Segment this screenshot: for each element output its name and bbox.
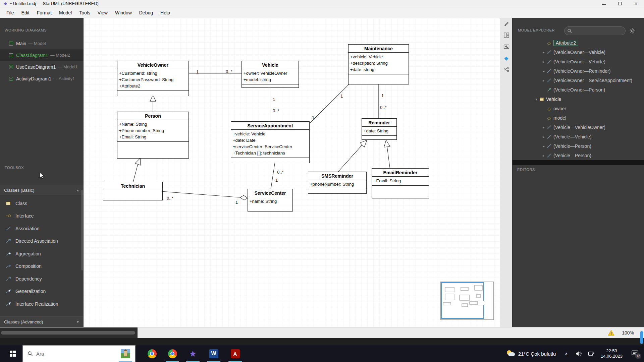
menu-window[interactable]: Window [111,7,136,18]
tree-item-owner-attribute[interactable]: ◇ owner [513,104,644,113]
tablet-pen-icon[interactable] [588,351,595,356]
multiplicity-label[interactable]: 0..* [277,170,284,175]
chevron-right-icon[interactable]: ▸ [541,78,547,83]
multiplicity-label[interactable]: 1 [235,200,238,205]
chevron-right-icon[interactable]: ▸ [541,60,547,64]
multiplicity-label[interactable]: 0..* [380,105,387,110]
share-tool-button[interactable] [500,64,513,75]
scrollbar-thumb[interactable] [640,331,643,344]
menu-view[interactable]: View [94,7,111,18]
chevron-right-icon[interactable]: ▸ [541,135,547,139]
toolbox-section-classes-advanced[interactable]: Classes (Advanced) ▼ [0,316,84,327]
chevron-right-icon[interactable]: ▸ [541,144,547,148]
speaker-icon[interactable] [575,351,582,356]
multiplicity-label[interactable]: 1 [340,94,343,99]
tool-association[interactable]: Association [0,222,84,235]
layout-tool-button[interactable] [500,29,513,41]
tool-composition[interactable]: Composition [0,260,84,273]
association-maintenance-serviceappointment[interactable] [310,84,349,123]
multiplicity-label[interactable]: 0..* [226,69,232,74]
close-button[interactable]: ✕ [628,0,644,7]
uml-class-maintenance[interactable]: Maintenance +vehicle: Vehicle +descripti… [348,44,409,84]
warning-icon[interactable] [608,330,614,336]
uml-class-person[interactable]: Person +Name: String +Phone number: Stri… [117,112,189,159]
gear-icon[interactable] [629,28,635,34]
model-explorer-search[interactable] [564,26,626,35]
menu-debug[interactable]: Debug [136,7,157,18]
diagram-tool-button[interactable]: ◆ [500,52,513,64]
menu-model[interactable]: Model [55,7,75,18]
uml-class-vehicle[interactable]: Vehicle +owner: VehicleOwner +model: str… [241,61,299,88]
multiplicity-label[interactable]: 1 [196,69,199,74]
menu-help[interactable]: Help [157,7,174,18]
tool-interface[interactable]: Interface [0,210,84,223]
chevron-right-icon[interactable]: ▸ [541,125,547,130]
menu-edit[interactable]: Edit [18,7,33,18]
uml-class-technician[interactable]: Technician [103,182,163,200]
tree-item-association[interactable]: ▸ (Vehicle—Person) [513,151,644,160]
minimap[interactable] [440,282,494,320]
chevron-right-icon[interactable]: ▸ [541,69,547,73]
start-button[interactable] [5,345,21,362]
diagram-item-classdiagram1[interactable]: ClassDiagram1 — Model2 [0,49,84,61]
tool-dependency[interactable]: Dependency [0,273,84,285]
model-explorer-search-input[interactable] [574,28,621,34]
generalization-emailreminder-reminder[interactable] [387,147,390,170]
style-tool-button[interactable] [500,18,513,29]
menu-file[interactable]: File [3,7,18,18]
minimize-button[interactable] [596,0,612,7]
uml-class-smsreminder[interactable]: SMSReminder +phoneNumber: String [308,172,367,194]
generalization-smsreminder-reminder[interactable] [337,145,362,173]
uml-class-servicecenter[interactable]: ServiceCenter +name: String [248,189,293,212]
menu-format[interactable]: Format [33,7,55,18]
sidebar-scrollbar[interactable] [82,190,83,270]
weather-text[interactable]: 21°C Çok bulutlu [518,351,556,357]
diagram-item-activitydiagram1[interactable]: ActivityDiagram1 — Activity1 [0,73,84,84]
tree-item-attribute2[interactable]: ◇ Attribute2 [513,38,644,48]
multiplicity-label[interactable]: 0..* [273,108,279,113]
taskbar-game-app[interactable] [117,345,133,362]
taskbar-acrobat-app[interactable]: A [227,345,243,362]
clock[interactable]: 22:53 14.06.2023 [601,348,623,359]
zoom-level[interactable]: 100% [622,330,634,336]
uml-class-reminder[interactable]: Reminder +date: String [362,118,397,140]
multiplicity-label[interactable]: 0..* [167,196,173,201]
generalization-technician-person[interactable] [133,164,138,183]
weather-icon[interactable] [506,350,516,358]
taskbar-chrome-app-2[interactable] [164,345,180,362]
association-serviceappointment-servicecenter[interactable] [271,162,275,190]
tree-item-association[interactable]: ▸ (Vehicle—VehicleOwner) [513,123,644,132]
menu-tools[interactable]: Tools [75,7,94,18]
tree-item-vehicle-class[interactable]: ▾ Vehicle [513,95,644,104]
chevron-down-icon[interactable]: ▾ [533,97,539,102]
uml-class-emailreminder[interactable]: EmailReminder +Email: String [372,168,429,198]
tree-item-association[interactable]: ▸ (VehicleOwner—Reminder) [513,66,644,76]
sidebar-hscroll-thumb[interactable] [1,331,135,335]
taskbar-search-input[interactable] [36,351,120,357]
chevron-right-icon[interactable]: ▸ [541,50,547,55]
tree-item-association[interactable]: ▸ (VehicleOwner—ServiceAppointment) [513,76,644,85]
multiplicity-label[interactable]: 1 [381,93,384,98]
diagram-item-usecasediagram1[interactable]: UseCaseDiagram1 — Model1 [0,61,84,73]
maximize-button[interactable] [612,0,628,7]
taskbar-staruml-app[interactable]: ★ [185,345,201,362]
action-center-button[interactable]: 12 [631,350,639,357]
uml-class-vehicleowner[interactable]: VehicleOwner +CustomerId: string +Custom… [117,61,189,96]
taskbar-word-app[interactable]: W [206,345,222,362]
chevron-right-icon[interactable]: ▸ [541,154,547,158]
diagram-canvas[interactable]: 1 0..* 1 0..* 1 1 1 0..* 0..* 1 0..* 1 V… [84,18,500,327]
editors-header[interactable]: EDITORS [513,165,644,174]
diagram-item-main[interactable]: Main — Model [0,38,84,49]
multiplicity-label[interactable]: 1 [273,97,275,102]
multiplicity-label[interactable]: 1 [312,115,314,120]
toolbox-section-classes-basic[interactable]: Classes (Basic) ▲ [0,185,84,195]
tray-chevron-up-icon[interactable]: ∧ [565,351,568,356]
tool-directed-association[interactable]: Directed Association [0,235,84,248]
tree-item-generalization[interactable]: (VehicleOwner—Person) [513,85,644,95]
tool-class[interactable]: Class [0,197,84,210]
uml-class-serviceappointment[interactable]: ServiceAppointment +vehicle: Vehicle +da… [231,121,310,163]
tree-item-association[interactable]: ▸ (VehicleOwner—Vehicle) [513,57,644,66]
markdown-tool-button[interactable] [500,41,513,52]
tree-item-association[interactable]: ▸ (VehicleOwner—Vehicle) [513,48,644,57]
tool-interface-realization[interactable]: Interface Realization [0,298,84,310]
